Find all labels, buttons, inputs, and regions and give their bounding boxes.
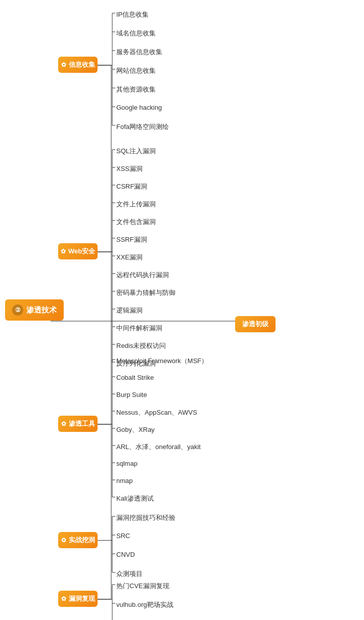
category-node-tools: ✿渗透工具 [58, 416, 98, 432]
leaf-item: SQL注入漏洞 [116, 147, 156, 156]
leaf-item: 远程代码执行漏洞 [116, 271, 169, 280]
leaf-item: 中间件解析漏洞 [116, 324, 162, 333]
cat-label: 信息收集 [69, 60, 95, 69]
leaf-item: 文件包含漏洞 [116, 217, 156, 227]
leaf-item: ARL、水泽、oneforall、yakit [116, 442, 201, 452]
leaf-item: 密码暴力猜解与防御 [116, 288, 175, 297]
leaf-item: Google hacking [116, 104, 162, 111]
leaf-item: Metasploit Framework（MSF） [116, 357, 208, 366]
right-label: 渗透初级 [242, 320, 268, 328]
leaf-item: 网站信息收集 [116, 66, 156, 75]
star-icon: ✿ [61, 61, 66, 68]
leaf-item: 文件上传漏洞 [116, 200, 156, 209]
category-node-reproduce: ✿漏洞复现 [58, 591, 98, 607]
cat-label: 渗透工具 [69, 419, 95, 428]
star-icon: ✿ [61, 537, 66, 544]
leaf-item: nmap [116, 477, 133, 484]
leaf-item: XXE漏洞 [116, 253, 143, 262]
right-node: 渗透初级 [235, 316, 276, 332]
leaf-item: 服务器信息收集 [116, 48, 162, 57]
leaf-item: SSRF漏洞 [116, 235, 147, 244]
leaf-item: sqlmap [116, 460, 138, 467]
leaf-item: Burp Suite [116, 391, 147, 398]
leaf-item: Redis未授权访问 [116, 341, 166, 350]
leaf-item: 漏洞挖掘技巧和经验 [116, 513, 175, 522]
leaf-item: vulhub.org靶场实战 [116, 600, 173, 609]
leaf-item: 众测项目 [116, 569, 143, 579]
category-node-vuln: ✿实战挖洞 [58, 532, 98, 548]
leaf-item: CSRF漏洞 [116, 182, 147, 191]
cat-label: 实战挖洞 [69, 536, 95, 545]
leaf-item: 域名信息收集 [116, 29, 156, 38]
leaf-item: Nessus、AppScan、AWVS [116, 408, 197, 417]
leaf-item: 其他资源收集 [116, 85, 156, 94]
cat-label: Web安全 [68, 247, 95, 256]
leaf-item: Kali渗透测试 [116, 494, 154, 503]
leaf-item: Fofa网络空间测绘 [116, 122, 169, 131]
leaf-item: 逻辑漏洞 [116, 306, 143, 315]
leaf-item: 热门CVE漏洞复现 [116, 582, 169, 591]
leaf-item: CNVD [116, 551, 135, 558]
root-badge: ② [12, 304, 23, 316]
leaf-item: SRC [116, 532, 130, 540]
leaf-item: IP信息收集 [116, 10, 149, 19]
cat-label: 漏洞复现 [69, 594, 95, 603]
category-node-info: ✿信息收集 [58, 57, 98, 73]
leaf-item: XSS漏洞 [116, 164, 143, 173]
leaf-item: Cobalt Strike [116, 374, 154, 381]
leaf-item: Goby、XRay [116, 425, 155, 434]
category-node-web: ✿Web安全 [58, 243, 98, 259]
star-icon: ✿ [61, 420, 66, 427]
star-icon: ✿ [61, 248, 66, 255]
root-node: ② 渗透技术 [5, 299, 64, 321]
root-label: 渗透技术 [26, 305, 57, 315]
mind-map: ② 渗透技术 渗透初级 www.toymoban.com 网络图片仅供展示 vu… [0, 0, 364, 620]
star-icon: ✿ [61, 595, 66, 602]
